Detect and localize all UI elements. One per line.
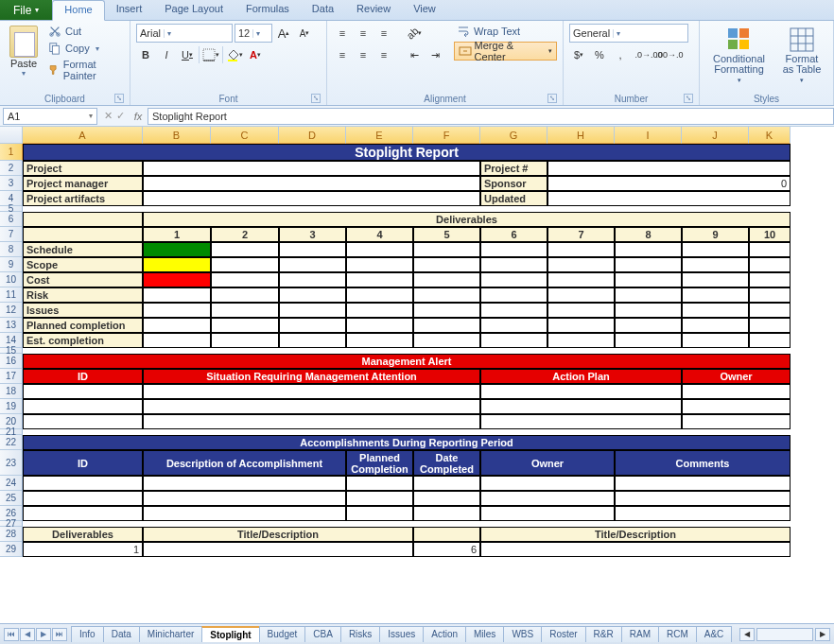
cell[interactable] bbox=[615, 272, 682, 287]
tab-view[interactable]: View bbox=[402, 0, 447, 20]
row-head[interactable]: 9 bbox=[0, 257, 23, 272]
cell[interactable] bbox=[480, 384, 682, 399]
file-tab[interactable]: File▾ bbox=[0, 0, 52, 20]
cell[interactable] bbox=[279, 242, 346, 257]
cell[interactable]: 3 bbox=[279, 227, 346, 242]
cell[interactable] bbox=[682, 272, 749, 287]
underline-button[interactable]: U▾ bbox=[178, 45, 197, 64]
cell[interactable]: Issues bbox=[23, 303, 143, 318]
number-format-combo[interactable]: General▾ bbox=[569, 24, 688, 43]
cell[interactable] bbox=[346, 242, 413, 257]
cell[interactable] bbox=[480, 414, 682, 429]
cell[interactable] bbox=[143, 287, 211, 303]
worksheet-grid[interactable]: A B C D E F G H I J K 1 Stoplight Report… bbox=[0, 127, 834, 623]
cell[interactable] bbox=[143, 176, 480, 191]
cell[interactable] bbox=[143, 399, 480, 414]
cell[interactable] bbox=[547, 242, 615, 257]
col-head-A[interactable]: A bbox=[23, 127, 143, 144]
cell[interactable] bbox=[615, 242, 682, 257]
cell[interactable] bbox=[23, 384, 143, 399]
dialog-launcher-icon[interactable]: ⤡ bbox=[684, 94, 693, 103]
cell[interactable] bbox=[279, 333, 346, 348]
cell[interactable] bbox=[143, 476, 346, 491]
cell[interactable] bbox=[682, 318, 749, 333]
cell[interactable] bbox=[279, 257, 346, 272]
row-head[interactable]: 16 bbox=[0, 354, 23, 369]
cell[interactable] bbox=[749, 272, 791, 287]
align-top-button[interactable]: ≡ bbox=[333, 24, 352, 43]
cell[interactable]: 8 bbox=[615, 227, 682, 242]
cell[interactable] bbox=[413, 333, 480, 348]
format-as-table-button[interactable]: Format as Table▾ bbox=[776, 24, 827, 87]
cell[interactable]: 7 bbox=[547, 227, 615, 242]
cell[interactable] bbox=[413, 527, 480, 542]
cell[interactable] bbox=[143, 303, 211, 318]
sheet-tab-risks[interactable]: Risks bbox=[340, 626, 380, 642]
cell[interactable] bbox=[615, 287, 682, 303]
cell[interactable] bbox=[682, 242, 749, 257]
decrease-indent-button[interactable]: ⇤ bbox=[405, 45, 424, 64]
row-head[interactable]: 23 bbox=[0, 450, 23, 476]
cell[interactable] bbox=[547, 318, 615, 333]
cell[interactable] bbox=[413, 506, 480, 521]
cell[interactable]: Title/Description bbox=[143, 527, 413, 542]
tab-home[interactable]: Home bbox=[52, 0, 104, 21]
select-all-corner[interactable] bbox=[0, 127, 23, 144]
cell[interactable] bbox=[413, 303, 480, 318]
cell[interactable] bbox=[682, 399, 791, 414]
cell[interactable] bbox=[23, 212, 143, 227]
cell[interactable] bbox=[413, 476, 480, 491]
sheet-tab-wbs[interactable]: WBS bbox=[503, 626, 542, 642]
cell[interactable] bbox=[749, 257, 791, 272]
name-box[interactable]: A1▾ bbox=[3, 108, 97, 125]
tab-formulas[interactable]: Formulas bbox=[235, 0, 301, 20]
italic-button[interactable]: I bbox=[157, 45, 176, 64]
cell[interactable]: Cost bbox=[23, 272, 143, 287]
cell[interactable] bbox=[480, 491, 615, 506]
cell[interactable] bbox=[143, 161, 480, 176]
cell[interactable] bbox=[346, 476, 413, 491]
cell[interactable] bbox=[480, 257, 547, 272]
col-head-F[interactable]: F bbox=[413, 127, 480, 144]
cell[interactable] bbox=[346, 506, 413, 521]
cell[interactable] bbox=[480, 303, 547, 318]
col-head-I[interactable]: I bbox=[615, 127, 682, 144]
cell[interactable] bbox=[413, 272, 480, 287]
cell[interactable] bbox=[480, 318, 547, 333]
align-middle-button[interactable]: ≡ bbox=[354, 24, 373, 43]
copy-button[interactable]: Copy▾ bbox=[45, 41, 124, 56]
shrink-font-button[interactable]: A▾ bbox=[295, 24, 314, 43]
cell[interactable]: 6 bbox=[413, 542, 480, 557]
cell[interactable]: 9 bbox=[682, 227, 749, 242]
cell[interactable]: ID bbox=[23, 450, 143, 476]
col-head-G[interactable]: G bbox=[480, 127, 547, 144]
fill-color-button[interactable]: ▾ bbox=[225, 45, 244, 64]
row-head[interactable]: 12 bbox=[0, 303, 23, 318]
scroll-left-button[interactable]: ◀ bbox=[739, 628, 755, 641]
cell[interactable] bbox=[143, 491, 346, 506]
cell[interactable] bbox=[413, 287, 480, 303]
sheet-tab-budget[interactable]: Budget bbox=[259, 626, 306, 642]
cell[interactable] bbox=[143, 257, 211, 272]
sheet-tab-ram[interactable]: RAM bbox=[621, 626, 659, 642]
cell[interactable]: 1 bbox=[143, 227, 211, 242]
increase-indent-button[interactable]: ⇥ bbox=[426, 45, 444, 64]
sheet-tab-roster[interactable]: Roster bbox=[541, 626, 585, 642]
comma-button[interactable]: , bbox=[611, 45, 630, 64]
title-cell[interactable]: Stoplight Report bbox=[23, 144, 791, 161]
cell[interactable] bbox=[346, 257, 413, 272]
cell[interactable] bbox=[749, 242, 791, 257]
cell[interactable]: Updated bbox=[480, 191, 547, 206]
row-head[interactable]: 24 bbox=[0, 476, 23, 491]
cell[interactable] bbox=[682, 333, 749, 348]
cell[interactable] bbox=[480, 242, 547, 257]
cell[interactable] bbox=[682, 384, 791, 399]
percent-button[interactable]: % bbox=[590, 45, 609, 64]
row-head[interactable]: 6 bbox=[0, 212, 23, 227]
cell[interactable] bbox=[279, 272, 346, 287]
cell[interactable] bbox=[346, 491, 413, 506]
cell[interactable] bbox=[547, 303, 615, 318]
cell[interactable] bbox=[279, 287, 346, 303]
sheet-tab-issues[interactable]: Issues bbox=[379, 626, 424, 642]
cell[interactable]: Risk bbox=[23, 287, 143, 303]
